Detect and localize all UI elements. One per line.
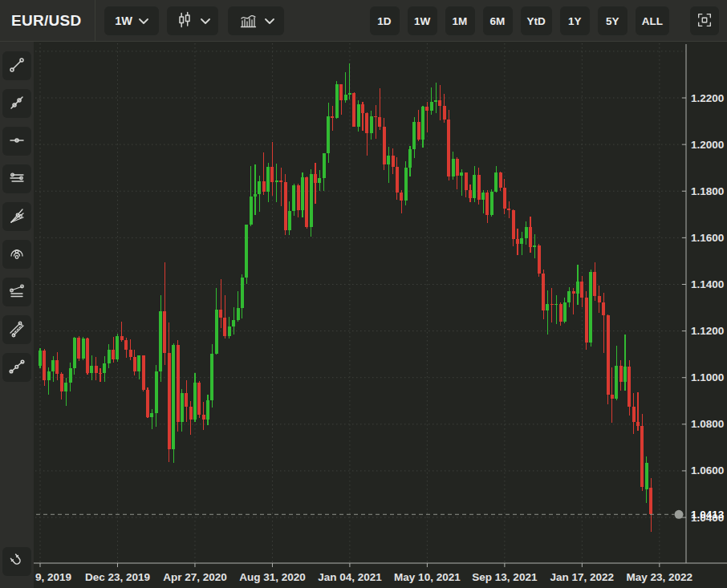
candle-body [357, 104, 360, 127]
fullscreen-button[interactable] [690, 6, 719, 35]
trend-line-icon [7, 55, 26, 77]
time-tick-label: Jan 04, 2021 [318, 571, 382, 583]
chart-area[interactable]: 1.22001.20001.18001.16001.14001.12001.10… [34, 42, 727, 588]
candle-body [438, 100, 441, 106]
candle-body [314, 174, 317, 183]
interval-label: 1W [115, 14, 132, 27]
candle-body [73, 338, 76, 368]
candle-body [370, 116, 373, 133]
candlestick-chart[interactable]: 1.22001.20001.18001.16001.14001.12001.10… [34, 42, 727, 588]
candle-body [452, 159, 455, 176]
candle-body [95, 366, 98, 373]
time-tick-label: Aug 31, 2020 [239, 571, 306, 583]
candle-body [619, 366, 623, 382]
histogram-line-icon [238, 10, 258, 32]
candle-body [602, 302, 605, 315]
range-button-1y[interactable]: 1Y [560, 6, 590, 35]
time-tick-label: 9, 2019 [35, 571, 71, 583]
candle-body [585, 298, 588, 343]
drawing-tool-fan-lines[interactable] [2, 202, 31, 231]
time-tick-label: Sep 13, 2021 [472, 571, 538, 583]
gridlines [35, 43, 686, 563]
range-button-all[interactable]: ALL [636, 6, 669, 35]
candle-body [232, 320, 235, 327]
candle-body [181, 393, 184, 423]
candle-body [520, 238, 523, 244]
price-tick-label: 1.1600 [691, 232, 724, 244]
drawing-tool-fib-arcs[interactable] [2, 240, 31, 269]
price-tick-label: 1.0800 [691, 418, 724, 430]
candle-body [512, 210, 515, 239]
candle-body [301, 177, 304, 210]
drawing-tool-parallel-channel[interactable] [2, 315, 31, 344]
chevron-down-icon [265, 15, 274, 27]
candle-body [649, 488, 652, 514]
candle-body [47, 371, 51, 380]
candle-body [193, 383, 197, 420]
candle-body [39, 351, 42, 366]
candle-body [172, 345, 175, 449]
price-axis[interactable]: 1.22001.20001.18001.16001.14001.12001.10… [682, 92, 725, 524]
candle-body [206, 400, 209, 420]
candle-body [82, 339, 85, 359]
candle-body [245, 225, 248, 278]
candle-body [228, 326, 231, 336]
candle-body [51, 360, 55, 371]
candle-body [223, 318, 226, 336]
candle-body [396, 167, 399, 193]
candle-body [611, 395, 614, 398]
candle-body [477, 175, 481, 200]
candle-body [310, 174, 313, 226]
horizontal-line-icon [7, 131, 26, 152]
drawing-tool-trend-angle[interactable] [2, 278, 31, 306]
range-button-5y[interactable]: 5Y [598, 6, 627, 35]
candle-body [361, 104, 364, 112]
candle-body [559, 304, 563, 322]
candle-body [392, 156, 395, 167]
drawing-tool-polyline[interactable] [2, 353, 31, 382]
fib-arcs-icon [7, 244, 26, 266]
candle-body [623, 367, 627, 382]
candle-body [318, 178, 321, 184]
candle-body [525, 227, 528, 237]
candle-body [645, 463, 648, 489]
drawing-tool-parallel-lines[interactable] [2, 164, 31, 193]
candle-body [499, 172, 502, 188]
candle-body [352, 93, 355, 127]
candle-body [163, 311, 166, 353]
candle-body [116, 336, 119, 359]
drawing-tool-trend-line[interactable] [2, 51, 31, 80]
candle-body [615, 366, 618, 399]
candle-body [378, 117, 381, 127]
time-tick-label: Jan 17, 2022 [550, 571, 615, 583]
range-button-ytd[interactable]: YtD [521, 6, 552, 35]
candle-body [593, 272, 596, 296]
price-tick-label: 1.1800 [691, 185, 724, 197]
candle-body [365, 113, 368, 133]
candle-body [563, 302, 567, 322]
interval-dropdown[interactable]: 1W [104, 6, 159, 35]
candle-body [387, 156, 390, 164]
candle-body [538, 245, 541, 274]
time-tick-label: Apr 27, 2020 [163, 571, 227, 583]
parallel-channel-icon [7, 319, 26, 341]
time-axis[interactable]: 9, 2019Dec 23, 2019Apr 27, 2020Aug 31, 2… [35, 563, 692, 583]
range-button-1d[interactable]: 1D [370, 6, 400, 35]
toolbar: EUR/USD 1W 1D1W1M6MYtD1Y5YALL [0, 0, 727, 42]
candle-body [400, 193, 403, 201]
chevron-down-icon [139, 14, 148, 27]
drawing-tool-horizontal-line[interactable] [2, 127, 31, 156]
indicator-dropdown[interactable] [228, 6, 284, 35]
candle-body [443, 106, 446, 120]
candle-body [185, 393, 188, 407]
candle-body [460, 172, 463, 176]
magnet-mode-button[interactable] [2, 547, 31, 576]
range-button-1m[interactable]: 1M [445, 6, 475, 35]
candle-body [210, 354, 213, 400]
range-button-6m[interactable]: 6M [483, 6, 513, 35]
drawing-tool-ray-line[interactable] [2, 89, 31, 118]
chart-style-dropdown[interactable] [167, 6, 218, 35]
candle-body [430, 102, 433, 111]
candle-body [550, 304, 554, 305]
range-button-1w[interactable]: 1W [408, 6, 437, 35]
